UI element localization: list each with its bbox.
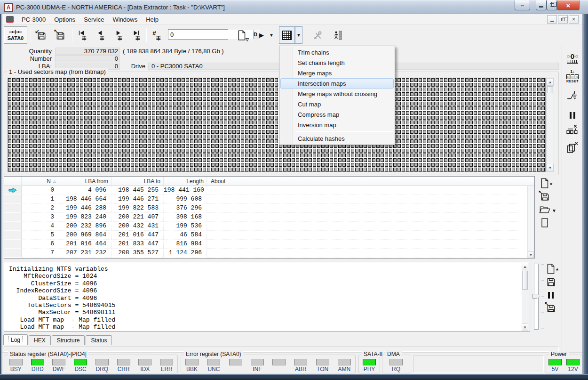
restore-button[interactable] <box>547 0 557 10</box>
led-lamp <box>185 359 199 365</box>
table-scrollbar[interactable]: ▼ <box>527 186 534 258</box>
row-gutter[interactable] <box>4 231 22 240</box>
menu-item-merge-maps-without-crossing[interactable]: Merge maps without crossing <box>280 89 394 99</box>
sector-bitmap-grid[interactable] <box>8 78 546 172</box>
row-gutter[interactable] <box>4 186 22 195</box>
mdi-close-button[interactable]: × <box>569 15 579 24</box>
menu-options[interactable]: Options <box>50 15 79 24</box>
menu-item-intersection-maps[interactable]: Intersection maps <box>280 78 394 89</box>
led-unc: UNC <box>203 359 224 372</box>
row-gutter[interactable] <box>4 249 22 258</box>
clear-map-button[interactable] <box>539 217 551 229</box>
menu-item-calculate-hashes[interactable]: Calculate hashes <box>280 133 394 144</box>
set-zero-position-button[interactable]: ▷0◁ <box>562 53 583 64</box>
scroll-up-icon[interactable]: ▲ <box>547 78 554 86</box>
save-map-button[interactable]: ↖ <box>539 190 551 202</box>
cell-about <box>207 186 521 195</box>
menu-windows[interactable]: Windows <box>108 15 142 24</box>
map-scrollbar-thumb[interactable] <box>547 86 553 93</box>
scroll-down-icon[interactable]: ▼ <box>522 323 528 331</box>
menu-pc-3000[interactable]: PC-3000 <box>17 15 50 24</box>
new-map-button[interactable]: * <box>539 177 551 189</box>
drive-label: Drive <box>115 63 145 70</box>
export-log-button[interactable]: ↖ <box>545 302 557 314</box>
table-row-5[interactable]: 5200 969 864201 016 44746 584 <box>4 231 534 240</box>
mdi-restore-button[interactable] <box>558 15 568 24</box>
task-window-icon[interactable] <box>6 16 14 23</box>
table-header: N△ LBA from LBA to Length About <box>4 177 534 186</box>
row-gutter[interactable] <box>4 195 22 204</box>
pause-task-button[interactable] <box>562 112 583 119</box>
prev-sector-button[interactable] <box>92 26 109 44</box>
menu-item-inversion-map[interactable]: Inversion map <box>280 120 394 130</box>
led-label: IDX <box>140 366 150 372</box>
window-title: PC-3000 UDMA-E - NORTH AMERICA - [Data E… <box>16 0 225 14</box>
row-gutter[interactable] <box>4 222 22 231</box>
restore-task-button[interactable]: ↙ <box>32 26 50 44</box>
sata0-port-button[interactable]: SATA0 <box>4 26 27 44</box>
menu-item-set-chains-length[interactable]: Set chains length <box>280 57 394 68</box>
save-task-button[interactable]: ↖ <box>51 26 69 44</box>
column-header-lba-to[interactable]: LBA to <box>111 177 164 186</box>
map-button[interactable] <box>279 26 295 44</box>
column-header-about[interactable]: About <box>207 177 534 186</box>
column-header-lba-from[interactable]: LBA from <box>59 177 111 186</box>
map-scrollbar[interactable]: ▲ ▼ <box>546 78 554 172</box>
menu-item-trim-chains[interactable]: Trim chains <box>280 47 394 57</box>
row-gutter[interactable] <box>4 204 22 213</box>
row-gutter[interactable] <box>4 213 22 222</box>
log-scrollbar[interactable]: ▲ ▼ <box>522 263 529 331</box>
new-log-button[interactable]: * <box>545 263 557 275</box>
load-map-dropdown[interactable]: ▼ <box>551 204 557 217</box>
column-header-length[interactable]: Length <box>164 177 207 186</box>
menu-item-merge-maps[interactable]: Merge maps <box>280 68 394 78</box>
reset-counter-button[interactable]: 1↓ 000 RESET <box>562 70 583 83</box>
next-sector-button[interactable] <box>110 26 127 44</box>
table-row-7[interactable]: 7207 231 232208 355 5271 124 296 <box>4 249 534 258</box>
counter-digit: 0 <box>575 74 579 79</box>
row-gutter[interactable] <box>4 240 22 249</box>
tab-hex[interactable]: HEX <box>29 335 51 345</box>
load-map-button[interactable] <box>539 203 551 216</box>
play-icon: ▶ <box>259 32 264 39</box>
log-panel[interactable]: Initializing NTFS variables MftRecordSiz… <box>4 262 530 332</box>
minimize-button[interactable] <box>536 0 547 10</box>
close-all-tasks-button[interactable] <box>562 142 583 154</box>
table-row-6[interactable]: 6201 016 464201 833 447816 984 <box>4 240 534 249</box>
menu-help[interactable]: Help <box>142 15 163 24</box>
column-header-n[interactable]: N△ <box>22 177 59 186</box>
table-row-4[interactable]: 4200 232 896200 432 431199 536 <box>4 222 534 231</box>
mdi-minimize-button[interactable] <box>547 15 557 24</box>
goto-sector-number-button[interactable]: # <box>148 26 165 44</box>
scroll-up-icon[interactable]: ▲ <box>522 263 528 270</box>
first-sector-button[interactable] <box>74 26 91 44</box>
start-button[interactable]: ▶ <box>255 26 268 44</box>
log-scrollbar-thumb[interactable] <box>522 271 528 290</box>
table-row-3[interactable]: 3199 823 240200 221 407398 168 <box>4 213 534 222</box>
head-control-button[interactable] <box>562 89 583 102</box>
table-row-0[interactable]: 04 096198 445 255198 441 160 <box>4 186 534 195</box>
scroll-down-icon[interactable]: ▼ <box>528 251 534 258</box>
menu-item-compress-map[interactable]: Compress map <box>280 109 394 120</box>
menu-service[interactable]: Service <box>79 15 108 24</box>
led-drq: DRQ <box>92 359 112 372</box>
start-options-dropdown[interactable]: ▼ <box>268 26 275 44</box>
resource-monitor-button[interactable] <box>330 26 346 44</box>
map-options-dropdown[interactable]: ▼ <box>295 26 302 44</box>
sector-filter-button[interactable]: ▽ <box>233 26 251 44</box>
scroll-down-icon[interactable]: ▼ <box>547 164 554 171</box>
table-row-2[interactable]: 2199 446 288199 822 583376 296 <box>4 204 534 213</box>
tab-status[interactable]: Status <box>86 335 112 345</box>
resize-button[interactable]: ⇔ <box>515 0 530 10</box>
menu-item-cut-map[interactable]: Cut map <box>280 99 394 109</box>
tab-structure[interactable]: Structure <box>52 335 85 345</box>
close-button[interactable]: × <box>557 0 580 10</box>
tab-log[interactable]: Log <box>3 334 28 345</box>
table-row-1[interactable]: 1198 446 664199 446 271999 608 <box>4 195 534 204</box>
save-log-button[interactable] <box>545 276 557 288</box>
pause-log-button[interactable] <box>545 289 557 301</box>
last-sector-button[interactable] <box>127 26 144 44</box>
app-logo-icon: A <box>4 3 13 12</box>
led-lamp <box>229 359 242 365</box>
abort-operation-button[interactable] <box>562 124 583 135</box>
